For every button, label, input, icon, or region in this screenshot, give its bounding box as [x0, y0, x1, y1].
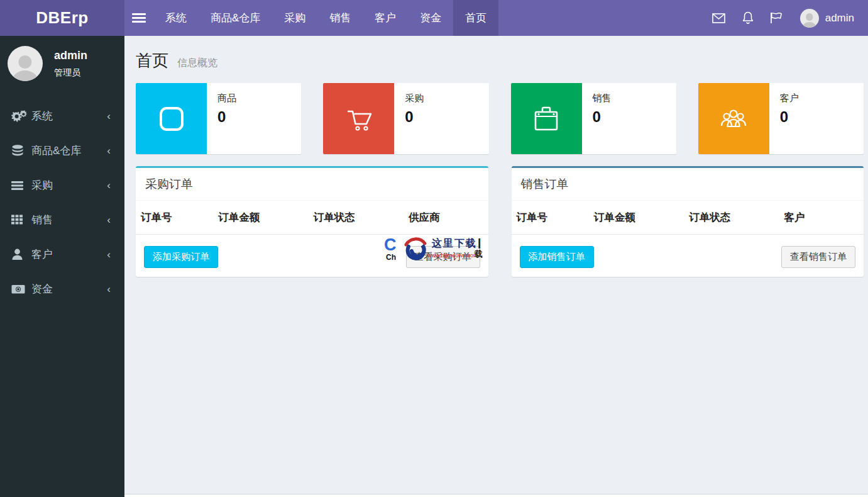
info-box-customers[interactable]: 客户 0 [698, 83, 864, 154]
info-box-sales[interactable]: 销售 0 [511, 83, 676, 154]
sidebar-item-customers[interactable]: 客户 ‹ [0, 237, 124, 272]
app-logo[interactable]: DBErp [0, 0, 124, 36]
user-icon [11, 248, 30, 260]
content-header: 首页 信息概览 [124, 36, 868, 83]
database-icon [11, 145, 30, 157]
column-header-order-no: 订单号 [512, 201, 589, 235]
sidebar-item-system[interactable]: 系统 ‹ [0, 99, 124, 133]
nav-item-customers[interactable]: 客户 [363, 0, 408, 36]
chevron-left-icon: ‹ [107, 214, 111, 226]
view-sales-orders-button[interactable]: 查看销售订单 [781, 246, 855, 268]
envelope-icon [712, 13, 725, 23]
sidebar-item-funds[interactable]: 资金 ‹ [0, 272, 124, 306]
box-outline-icon [136, 83, 207, 154]
info-box-label: 销售 [593, 92, 612, 104]
info-box-value: 0 [217, 108, 236, 126]
list-icon [11, 181, 30, 191]
nav-item-system[interactable]: 系统 [153, 0, 199, 36]
sidebar-item-goods-warehouse[interactable]: 商品&仓库 ‹ [0, 133, 124, 168]
flags-button[interactable] [762, 0, 791, 36]
add-sales-order-button[interactable]: 添加销售订单 [520, 246, 594, 268]
sidebar-item-label: 客户 [31, 247, 107, 262]
info-box-purchase[interactable]: 采购 0 [323, 83, 488, 154]
column-header-order-status: 订单状态 [309, 201, 404, 235]
panel-footer: 添加销售订单 查看销售订单 [512, 235, 864, 277]
sidebar-menu: 系统 ‹ 商品&仓库 ‹ [0, 99, 124, 306]
sidebar-item-label: 商品&仓库 [31, 143, 107, 158]
sidebar-item-purchase[interactable]: 采购 ‹ [0, 168, 124, 203]
add-purchase-order-button[interactable]: 添加采购订单 [144, 246, 218, 268]
column-header-order-amount: 订单金额 [589, 201, 684, 235]
notifications-button[interactable] [733, 0, 762, 36]
panel-title: 采购订单 [145, 177, 193, 191]
briefcase-icon [511, 83, 582, 154]
grid-icon [11, 215, 30, 225]
hamburger-icon [132, 11, 146, 25]
sidebar-item-label: 销售 [31, 213, 107, 227]
money-icon [11, 284, 30, 294]
sidebar-user-panel: admin 管理员 [0, 36, 124, 94]
panel-title: 销售订单 [521, 177, 569, 191]
sidebar-toggle-button[interactable] [124, 0, 153, 36]
nav-item-home[interactable]: 首页 [453, 0, 498, 36]
chevron-left-icon: ‹ [107, 110, 111, 123]
column-header-order-status: 订单状态 [684, 201, 779, 235]
gears-icon [11, 110, 30, 123]
column-header-supplier: 供应商 [404, 201, 488, 235]
info-box-label: 商品 [217, 92, 236, 104]
view-purchase-orders-button[interactable]: 查看采购订单 [406, 246, 480, 268]
info-box-value: 0 [405, 108, 424, 126]
chevron-left-icon: ‹ [107, 283, 111, 296]
chevron-left-icon: ‹ [107, 248, 111, 261]
chevron-left-icon: ‹ [107, 145, 111, 157]
top-navbar: DBErp 系统 商品&仓库 采购 销售 客户 资金 首页 [0, 0, 868, 36]
info-box-value: 0 [780, 108, 799, 126]
sidebar-item-label: 采购 [31, 178, 107, 193]
avatar [8, 46, 43, 81]
info-box-row: 商品 0 采购 0 [136, 83, 864, 154]
avatar [800, 9, 819, 28]
sidebar-item-sales[interactable]: 销售 ‹ [0, 203, 124, 237]
bell-icon [742, 11, 754, 25]
column-header-order-no: 订单号 [136, 201, 213, 235]
user-menu[interactable]: admin [791, 9, 859, 28]
sidebar-item-label: 资金 [31, 282, 107, 296]
flag-icon [770, 12, 783, 24]
panel-footer: 添加采购订单 查看采购订单 [136, 235, 488, 277]
panel-row: 采购订单 订单号 订单金额 订单状态 供应商 添加采购订单 查看采购订单 销售订… [136, 166, 864, 277]
column-header-order-amount: 订单金额 [213, 201, 308, 235]
page-subtitle: 信息概览 [177, 57, 217, 70]
purchase-orders-panel: 采购订单 订单号 订单金额 订单状态 供应商 添加采购订单 查看采购订单 [136, 166, 488, 277]
info-box-value: 0 [593, 108, 612, 126]
column-header-customer: 客户 [779, 201, 864, 235]
sidebar: admin 管理员 系统 ‹ [0, 36, 124, 497]
purchase-orders-table: 订单号 订单金额 订单状态 供应商 [136, 201, 488, 235]
content-area: 首页 信息概览 商品 0 采购 [124, 36, 868, 494]
panel-header: 采购订单 [136, 168, 488, 201]
info-box-goods[interactable]: 商品 0 [136, 83, 301, 154]
page-footer [124, 494, 868, 497]
panel-header: 销售订单 [512, 168, 864, 201]
nav-item-funds[interactable]: 资金 [408, 0, 453, 36]
sales-orders-table: 订单号 订单金额 订单状态 客户 [512, 201, 864, 235]
username-label: admin [825, 12, 854, 25]
sidebar-item-label: 系统 [31, 109, 107, 123]
navbar-right: admin [705, 0, 868, 36]
sales-orders-panel: 销售订单 订单号 订单金额 订单状态 客户 添加销售订单 查看销售订单 [512, 166, 864, 277]
people-icon [698, 83, 769, 154]
sidebar-user-role: 管理员 [54, 67, 87, 79]
cart-icon [323, 83, 394, 154]
nav-item-goods-warehouse[interactable]: 商品&仓库 [199, 0, 272, 36]
nav-item-sales[interactable]: 销售 [317, 0, 363, 36]
nav-item-purchase[interactable]: 采购 [272, 0, 317, 36]
info-box-label: 客户 [780, 92, 799, 104]
chevron-left-icon: ‹ [107, 179, 111, 192]
messages-button[interactable] [705, 0, 733, 36]
info-box-label: 采购 [405, 92, 424, 104]
main-nav: 系统 商品&仓库 采购 销售 客户 资金 首页 [124, 0, 498, 36]
sidebar-user-name: admin [54, 49, 87, 62]
page-title: 首页 [136, 50, 168, 72]
